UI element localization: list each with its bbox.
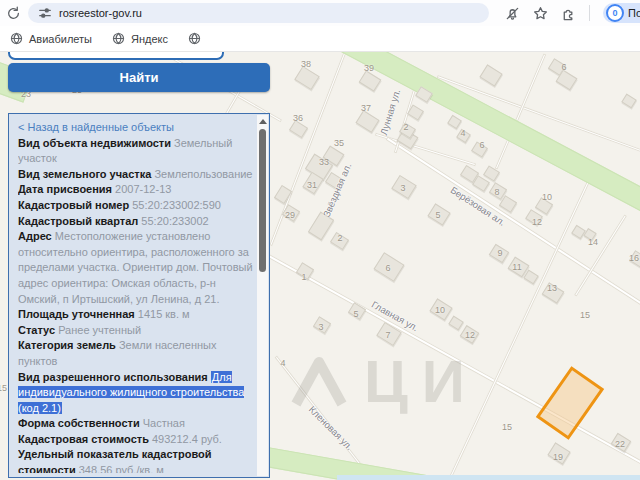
road	[386, 136, 640, 319]
building	[621, 94, 636, 109]
info-row-status: Статус Ранее учтенный	[18, 323, 253, 339]
profile-button[interactable]: 0 По	[603, 3, 640, 23]
house-number: 36	[293, 113, 303, 123]
house-number: 6	[385, 263, 390, 273]
info-row-object-type: Вид объекта недвижимости Земельный участ…	[18, 136, 253, 167]
house-number: 12	[465, 330, 475, 340]
house-number: 22	[615, 439, 625, 449]
house-number: 14	[588, 237, 598, 247]
house-number: 11	[512, 262, 521, 272]
page-viewport: Лунная ул.Звёздная ал.Берёзовая ал.Главн…	[0, 52, 640, 480]
profile-badge: 0	[606, 4, 624, 22]
house-number: 15	[502, 422, 512, 432]
house-number: 5	[435, 210, 440, 220]
toolbar-actions: 0 По	[505, 3, 640, 23]
info-row-specific-value: Удельный показатель кадастровой стоимост…	[18, 447, 253, 473]
url-bar[interactable]: rosreestor-gov.ru	[28, 3, 489, 23]
browser-window: rosreestor-gov.ru 0	[0, 0, 640, 480]
house-number: 2	[403, 122, 408, 132]
scrollbar-thumb[interactable]	[259, 129, 266, 272]
house-number: 12	[532, 217, 542, 227]
house-number: 1	[301, 272, 306, 282]
bookmark-aviabilety[interactable]: Авиабилеты	[10, 32, 92, 45]
house-number: 13	[547, 283, 557, 293]
house-number: 7	[385, 330, 390, 340]
building	[571, 225, 586, 239]
globe-icon	[10, 32, 23, 45]
toolbar-separator	[589, 5, 590, 21]
building	[447, 115, 462, 129]
info-row-ownership: Форма собственности Частная	[18, 416, 253, 432]
profile-label: По	[628, 7, 640, 19]
reload-button[interactable]	[6, 6, 21, 21]
house-number: 31	[307, 180, 317, 190]
bookmark-yandex[interactable]: Яндекс	[112, 32, 168, 45]
bookmark-unnamed[interactable]	[188, 32, 207, 45]
bookmarks-bar: Авиабилеты Яндекс	[0, 26, 640, 52]
map-bottom-strip	[337, 475, 640, 480]
house-number: 4	[460, 128, 465, 138]
find-button[interactable]: Найти	[8, 63, 270, 92]
info-row-cadastral-number: Кадастровый номер 55:20:233002:590	[18, 198, 253, 214]
site-settings-icon[interactable]	[38, 6, 52, 20]
house-number: 9	[497, 248, 502, 258]
house-number: 37	[361, 103, 371, 113]
cian-logo-triangle	[290, 356, 348, 408]
house-number: 10	[435, 305, 445, 315]
house-number: 6	[479, 140, 484, 150]
building	[294, 66, 319, 90]
building	[448, 316, 463, 331]
panel-scrollbar[interactable]	[257, 115, 268, 476]
house-number: 5	[353, 309, 358, 319]
building	[479, 64, 502, 86]
info-row-date: Дата присвоения 2007-12-13	[18, 182, 253, 198]
globe-icon	[188, 32, 201, 45]
info-row-cadastral-block: Кадастровый квартал 55:20:233002	[18, 214, 253, 230]
street-label: Лунная ул.	[378, 88, 402, 137]
scroll-up-arrow[interactable]	[259, 119, 267, 124]
globe-icon	[112, 32, 125, 45]
house-number: 16	[629, 253, 639, 263]
street-label: Кленовая ул.	[307, 404, 356, 453]
house-number: 15	[0, 383, 7, 393]
object-info-content: < Назад в найденные объекты Вид объекта …	[18, 120, 253, 473]
house-number: 38	[301, 59, 311, 69]
building	[523, 270, 538, 285]
info-row-parcel-type: Вид земельного участка Землепользование	[18, 167, 253, 183]
house-number: 3	[400, 183, 405, 193]
house-number: 35	[334, 138, 344, 148]
info-row-land-category: Категория земель Земли населенных пункто…	[18, 338, 253, 369]
house-number: 39	[364, 63, 374, 73]
info-row-address: Адрес Местоположение установлено относит…	[18, 229, 253, 307]
selected-parcel[interactable]	[536, 366, 604, 440]
building	[355, 110, 379, 133]
search-input[interactable]	[8, 52, 224, 60]
extensions-icon[interactable]	[561, 6, 576, 21]
info-row-area: Площадь уточненная 1415 кв. м	[18, 307, 253, 323]
cian-watermark: ЦИ	[290, 352, 479, 412]
house-number: 33	[319, 157, 329, 167]
house-number: 2	[337, 233, 342, 243]
building	[359, 70, 382, 91]
house-number: 3	[318, 322, 323, 332]
house-number: 8	[494, 187, 499, 197]
url-text: rosreestor-gov.ru	[59, 7, 142, 19]
back-link[interactable]: < Назад в найденные объекты	[18, 120, 253, 136]
house-number: 29	[285, 210, 295, 220]
browser-toolbar: rosreestor-gov.ru 0	[0, 0, 640, 26]
house-number: 10	[542, 192, 552, 202]
info-row-cadastral-value: Кадастровая стоимость 493212.4 руб.	[18, 432, 253, 448]
house-number: 15	[580, 310, 590, 320]
house-number: 6	[561, 62, 566, 72]
notifications-blocked-icon[interactable]	[505, 6, 520, 21]
bookmark-star-icon[interactable]	[533, 6, 548, 21]
road	[574, 214, 627, 296]
info-row-permitted-use: Вид разрешенного использования Для индив…	[18, 370, 253, 417]
house-number: 19	[553, 452, 563, 462]
object-info-panel: < Назад в найденные объекты Вид объекта …	[8, 113, 270, 478]
house-number: 4	[280, 358, 285, 368]
